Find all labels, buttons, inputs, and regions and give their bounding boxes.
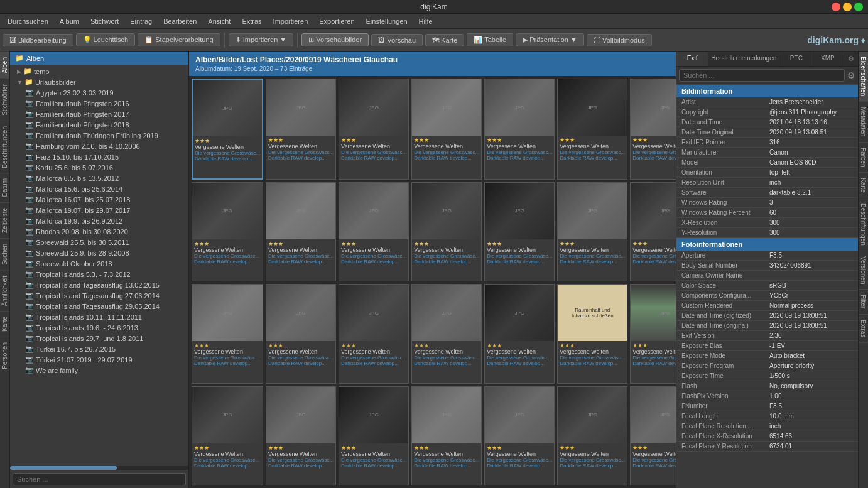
menu-eintrag[interactable]: Eintrag bbox=[125, 16, 157, 26]
tree-item-temp[interactable]: ▶ 📁 temp bbox=[10, 66, 188, 77]
menu-ansicht[interactable]: Ansicht bbox=[203, 16, 236, 26]
photo-item-6[interactable]: JPG ★★★ Vergessene Welten Die vergessene… bbox=[630, 79, 676, 180]
tree-item-tropical2011b[interactable]: 📷 Tropical Islands 29.7. und 1.8.2011 bbox=[10, 333, 188, 344]
right-tab-hersteller[interactable]: Herstellerbemerkungen bbox=[708, 52, 779, 66]
photo-item-0[interactable]: JPG ★★★ Vergessene Welten Die vergessene… bbox=[192, 79, 263, 180]
tree-item-aegypten[interactable]: 📷 Ägypten 23.02-3.03.2019 bbox=[10, 87, 188, 98]
menu-album[interactable]: Album bbox=[55, 16, 84, 26]
right-vtab-filter[interactable]: Filter bbox=[859, 290, 868, 314]
photo-item-21[interactable]: JPG ★★★ Vergessene Welten Die vergessene… bbox=[192, 386, 263, 486]
photo-item-5[interactable]: JPG ★★★ Vergessene Welten Die vergessene… bbox=[557, 79, 627, 180]
photo-item-16[interactable]: JPG ★★★ Vergessene Welten Die vergessene… bbox=[339, 284, 409, 384]
right-vtab-beschriftungen[interactable]: Beschriftungen bbox=[859, 198, 868, 251]
vorschaubilder-button[interactable]: ⊞ Vorschaubilder bbox=[301, 33, 369, 46]
left-tab-alben[interactable]: Alben bbox=[0, 52, 9, 79]
menu-durchsuchen[interactable]: Durchsuchen bbox=[3, 16, 53, 26]
photo-item-20[interactable]: JPG ★★★ Vergessene Welten Die vergessene… bbox=[630, 284, 676, 384]
tree-item-spreewald2011[interactable]: 📷 Spreewald 25.5. bis 30.5.2011 bbox=[10, 237, 188, 247]
right-vtab-farben[interactable]: Farben bbox=[859, 143, 868, 173]
menu-importieren[interactable]: Importieren bbox=[268, 16, 313, 26]
tree-item-hamburg[interactable]: 📷 Hamburg vom 2.10. bis 4.10.2006 bbox=[10, 141, 188, 151]
menu-stichwort[interactable]: Stichwort bbox=[85, 16, 124, 26]
photo-item-23[interactable]: JPG ★★★ Vergessene Welten Die vergessene… bbox=[339, 386, 409, 486]
leuchttisch-button[interactable]: 💡 Leuchttisch bbox=[76, 33, 136, 46]
tree-item-harz[interactable]: 📷 Harz 15.10. bis 17.10.2015 bbox=[10, 151, 188, 162]
right-tab-more[interactable]: ⚙ bbox=[844, 52, 858, 66]
praesentation-button[interactable]: ▶ Präsentation ▼ bbox=[516, 33, 584, 46]
menu-bearbeiten[interactable]: Bearbeiten bbox=[158, 16, 202, 26]
photo-item-11[interactable]: JPG ★★★ Vergessene Welten Die vergessene… bbox=[484, 182, 555, 282]
album-search-input[interactable] bbox=[13, 473, 186, 485]
right-search-input[interactable] bbox=[679, 69, 845, 82]
photo-item-24[interactable]: JPG ★★★ Vergessene Welten Die vergessene… bbox=[411, 386, 482, 486]
tree-item-pfingsten2016[interactable]: 📷 Familienurlaub Pfingsten 2016 bbox=[10, 98, 188, 109]
tree-item-thueringen[interactable]: 📷 Familienurlaub Thüringen Frühling 2019 bbox=[10, 130, 188, 141]
photo-item-22[interactable]: JPG ★★★ Vergessene Welten Die vergessene… bbox=[266, 386, 336, 486]
left-tab-stichwoerter[interactable]: Stichwörter bbox=[0, 79, 9, 121]
album-tree[interactable]: ▶ 📁 temp ▼ 📁 Urlaubsbilder 📷 Ägypten 23.… bbox=[10, 65, 188, 466]
tree-item-tropical-tages2015[interactable]: 📷 Tropical Island Tagesausflug 13.02.201… bbox=[10, 279, 188, 290]
photo-item-25[interactable]: JPG ★★★ Vergessene Welten Die vergessene… bbox=[484, 386, 555, 486]
photo-item-26[interactable]: JPG ★★★ Vergessene Welten Die vergessene… bbox=[557, 386, 627, 486]
bildbearbeitung-button[interactable]: 🖼 Bildbearbeitung bbox=[3, 34, 73, 46]
photo-item-13[interactable]: JPG ★★★ Vergessene Welten Die vergessene… bbox=[630, 182, 676, 282]
settings-icon[interactable]: ⚙ bbox=[847, 70, 855, 80]
tree-item-mallorca2017[interactable]: 📷 Mallorca 19.07. bis 29.07.2017 bbox=[10, 205, 188, 215]
tree-item-pfingsten2017[interactable]: 📷 Familienurlaub Pfingsten 2017 bbox=[10, 109, 188, 119]
close-button[interactable] bbox=[832, 3, 840, 11]
tree-item-mallorca19[interactable]: 📷 Mallorca 19.9. bis 26.9.2012 bbox=[10, 215, 188, 226]
tree-item-korfu[interactable]: 📷 Korfu 25.6. bis 5.07.2016 bbox=[10, 162, 188, 173]
menu-einstellungen[interactable]: Einstellungen bbox=[361, 16, 413, 26]
tree-item-mallorca2018[interactable]: 📷 Mallorca 16.07. bis 25.07.2018 bbox=[10, 194, 188, 205]
stapelverarbeitung-button[interactable]: 📋 Stapelverarbeitung bbox=[138, 33, 220, 46]
photo-item-2[interactable]: JPG ★★★ Vergessene Welten Die vergessene… bbox=[339, 79, 409, 180]
photo-item-18[interactable]: JPG ★★★ Vergessene Welten Die vergessene… bbox=[484, 284, 555, 384]
menu-hilfe[interactable]: Hilfe bbox=[414, 16, 438, 26]
vorschau-button[interactable]: 🖼 Vorschau bbox=[371, 34, 423, 46]
photo-item-27[interactable]: JPG ★★★ Vergessene Welten Die vergessene… bbox=[630, 386, 676, 486]
right-vtab-metadaten[interactable]: Metadaten bbox=[859, 102, 868, 142]
tree-item-mallorca2014[interactable]: 📷 Mallorca 15.6. bis 25.6.2014 bbox=[10, 183, 188, 194]
tree-item-tuerkei2019[interactable]: 📷 Türkei 21.07.2019 - 29.07.2019 bbox=[10, 354, 188, 365]
tree-item-tropical2012[interactable]: 📷 Tropical Islands 5.3. - 7.3.2012 bbox=[10, 269, 188, 279]
tree-item-mallorca2012[interactable]: 📷 Mallorca 6.5. bis 13.5.2012 bbox=[10, 173, 188, 183]
photo-item-17[interactable]: JPG ★★★ Vergessene Welten Die vergessene… bbox=[411, 284, 482, 384]
right-vtab-versionen[interactable]: Versionen bbox=[859, 251, 868, 290]
right-vtab-karte[interactable]: Karte bbox=[859, 173, 868, 198]
karte-button[interactable]: 🗺 Karte bbox=[425, 34, 464, 46]
right-tab-exif[interactable]: Exif bbox=[676, 52, 708, 66]
menu-exportieren[interactable]: Exportieren bbox=[314, 16, 359, 26]
photo-item-3[interactable]: JPG ★★★ Vergessene Welten Die vergessene… bbox=[411, 79, 482, 180]
tree-item-rhodos[interactable]: 📷 Rhodos 20.08. bis 30.08.2020 bbox=[10, 226, 188, 237]
menu-extras[interactable]: Extras bbox=[237, 16, 266, 26]
tree-item-spreewald-okt[interactable]: 📷 Spreewald Oktober 2018 bbox=[10, 258, 188, 269]
tabelle-button[interactable]: 📊 Tabelle bbox=[467, 33, 513, 46]
left-tab-datum[interactable]: Datum bbox=[0, 173, 9, 202]
tree-item-spreewald2008[interactable]: 📷 Spreewald 25.9. bis 28.9.2008 bbox=[10, 247, 188, 258]
tree-item-tropical2013[interactable]: 📷 Tropical Islands 19.6. - 24.6.2013 bbox=[10, 322, 188, 333]
maximize-button[interactable] bbox=[854, 3, 863, 11]
right-tab-iptc[interactable]: IPTC bbox=[779, 52, 811, 66]
tree-item-urlaubsbilder[interactable]: ▼ 📁 Urlaubsbilder bbox=[10, 77, 188, 87]
photo-item-15[interactable]: JPG ★★★ Vergessene Welten Die vergessene… bbox=[266, 284, 336, 384]
left-tab-karte[interactable]: Karte bbox=[0, 311, 9, 337]
right-vtab-eigenschaften[interactable]: Eigenschaften bbox=[859, 52, 868, 102]
photo-item-19[interactable]: Rauminhalt undInhalt zu schließen ★★★ Ve… bbox=[557, 284, 627, 384]
photo-item-4[interactable]: JPG ★★★ Vergessene Welten Die vergessene… bbox=[484, 79, 555, 180]
photo-grid[interactable]: JPG ★★★ Vergessene Welten Die vergessene… bbox=[189, 76, 676, 488]
minimize-button[interactable] bbox=[843, 3, 852, 11]
tree-item-tropical2011a[interactable]: 📷 Tropical Islands 10.11.-11.11.2011 bbox=[10, 312, 188, 322]
tree-item-tropical-tages2014a[interactable]: 📷 Tropical Island Tagesausflug 27.06.201… bbox=[10, 290, 188, 301]
left-tab-zeitleiste[interactable]: Zeitleiste bbox=[0, 202, 9, 238]
left-tab-suchen[interactable]: Suchen bbox=[0, 238, 9, 270]
left-tab-aehnlichkeit[interactable]: Ähnlichkeit bbox=[0, 270, 9, 311]
tree-item-pfingsten2018[interactable]: 📷 Familienurlaub Pfingsten 2018 bbox=[10, 119, 188, 130]
photo-item-10[interactable]: JPG ★★★ Vergessene Welten Die vergessene… bbox=[411, 182, 482, 282]
tree-item-tuerkei2015[interactable]: 📷 Türkei 16.7. bis 26.7.2015 bbox=[10, 344, 188, 354]
importieren-button[interactable]: ⬇ Importieren ▼ bbox=[229, 33, 294, 46]
tree-item-tropical-tages2014b[interactable]: 📷 Tropical Island Tagesausflug 29.05.201… bbox=[10, 301, 188, 312]
photo-item-7[interactable]: JPG ★★★ Vergessene Welten Die vergessene… bbox=[192, 182, 263, 282]
photo-item-1[interactable]: JPG ★★★ Vergessene Welten Die vergessene… bbox=[266, 79, 336, 180]
photo-item-8[interactable]: JPG ★★★ Vergessene Welten Die vergessene… bbox=[266, 182, 336, 282]
photo-item-14[interactable]: JPG ★★★ Vergessene Welten Die vergessene… bbox=[192, 284, 263, 384]
